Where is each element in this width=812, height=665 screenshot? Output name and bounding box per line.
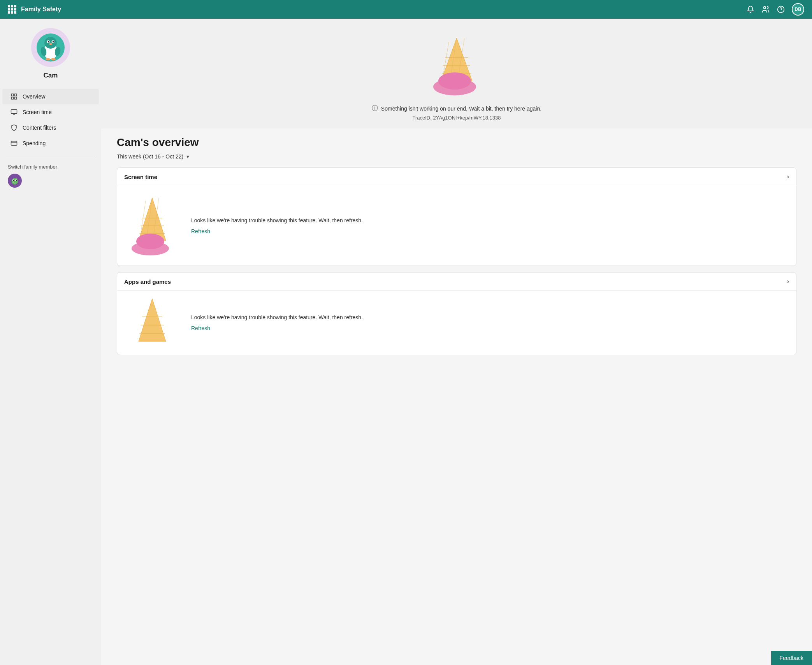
svg-point-40 [438, 72, 471, 90]
family-icon[interactable] [761, 5, 770, 14]
screen-time-card-chevron-icon: › [787, 173, 789, 180]
week-selector[interactable]: This week (Oct 16 - Oct 22) ▾ [117, 153, 796, 160]
sidebar-item-overview-label: Overview [23, 93, 45, 100]
sidebar-item-content-filters[interactable]: Content filters [2, 120, 99, 135]
feedback-button[interactable]: Feedback [771, 651, 812, 665]
overview-icon [10, 93, 18, 100]
profile-avatar [31, 28, 70, 67]
apps-games-error-msg: Looks like we're having trouble showing … [191, 314, 788, 322]
error-message: ⓘ Something isn't working on our end. Wa… [372, 104, 541, 113]
app-title: Family Safety [21, 6, 742, 13]
screen-time-card-header[interactable]: Screen time › [117, 168, 796, 186]
profile-section: Cam [0, 28, 101, 89]
svg-point-9 [53, 41, 54, 43]
svg-point-25 [12, 178, 18, 185]
grid-menu-icon[interactable] [8, 5, 16, 14]
svg-point-13 [46, 58, 50, 60]
week-selector-chevron-icon: ▾ [186, 153, 189, 160]
svg-point-14 [51, 58, 56, 60]
week-selector-label: This week (Oct 16 - Oct 22) [117, 153, 183, 160]
svg-rect-15 [11, 94, 13, 96]
svg-rect-17 [11, 97, 13, 99]
overview-section: Cam's overview This week (Oct 16 - Oct 2… [101, 128, 812, 377]
svg-point-28 [13, 180, 14, 181]
svg-rect-16 [15, 94, 17, 96]
apps-games-card-body: Looks like we're having trouble showing … [117, 291, 796, 355]
apps-games-card-header[interactable]: Apps and games › [117, 273, 796, 291]
sidebar-nav: Overview Screen time Con [0, 89, 101, 151]
main-content: ⓘ Something isn't working on our end. Wa… [101, 19, 812, 665]
sidebar-divider [6, 156, 95, 156]
spending-icon [10, 139, 18, 147]
error-info-icon: ⓘ [372, 104, 378, 113]
sidebar-item-screen-time[interactable]: Screen time [2, 104, 99, 120]
error-trace-id: TraceID: 2YAg1ONI+kep/mWY.18.1338 [412, 115, 501, 121]
notification-icon[interactable] [747, 5, 754, 13]
switch-family-label: Switch family member [8, 164, 93, 170]
svg-rect-22 [11, 141, 17, 146]
svg-rect-31 [16, 178, 17, 179]
sidebar-item-spending-label: Spending [23, 140, 46, 146]
svg-marker-50 [139, 299, 166, 341]
content-filters-icon [10, 124, 18, 132]
help-icon[interactable] [777, 5, 785, 13]
screen-time-error-msg: Looks like we're having trouble showing … [191, 217, 788, 225]
svg-rect-30 [13, 178, 14, 179]
apps-games-refresh-link[interactable]: Refresh [191, 325, 210, 331]
sidebar-item-screen-time-label: Screen time [23, 109, 52, 115]
svg-point-10 [49, 43, 52, 45]
screen-time-refresh-link[interactable]: Refresh [191, 228, 210, 234]
apps-games-card-text: Looks like we're having trouble showing … [191, 314, 788, 332]
apps-games-card: Apps and games › Looks lik [117, 272, 796, 355]
sidebar-item-content-filters-label: Content filters [23, 125, 56, 131]
screen-time-icon [10, 108, 18, 116]
svg-point-29 [16, 180, 17, 181]
screen-time-card-text: Looks like we're having trouble showing … [191, 217, 788, 235]
screen-time-card-body: Looks like we're having trouble showing … [117, 186, 796, 266]
svg-point-0 [764, 7, 766, 9]
svg-point-49 [136, 234, 164, 249]
error-illustration [425, 30, 488, 98]
sidebar: Cam Overview [0, 19, 101, 665]
svg-point-5 [44, 37, 57, 49]
screen-time-illustration [125, 194, 179, 258]
sidebar-item-spending[interactable]: Spending [2, 135, 99, 151]
svg-rect-18 [15, 97, 17, 99]
svg-rect-19 [11, 109, 17, 114]
user-avatar[interactable]: DB [792, 3, 804, 16]
switch-family-avatar[interactable] [8, 174, 22, 188]
header-icons: DB [747, 3, 804, 16]
overview-title: Cam's overview [117, 136, 796, 149]
sidebar-item-overview[interactable]: Overview [2, 89, 99, 104]
apps-games-card-chevron-icon: › [787, 278, 789, 285]
screen-time-card-title: Screen time [124, 174, 157, 180]
app-header: Family Safety DB [0, 0, 812, 19]
error-banner: ⓘ Something isn't working on our end. Wa… [101, 19, 812, 128]
svg-point-8 [48, 41, 49, 43]
apps-games-card-title: Apps and games [124, 278, 171, 285]
apps-games-illustration [125, 299, 179, 347]
screen-time-card: Screen time › [117, 167, 796, 266]
profile-name: Cam [44, 72, 58, 79]
switch-family-section: Switch family member [0, 161, 101, 191]
